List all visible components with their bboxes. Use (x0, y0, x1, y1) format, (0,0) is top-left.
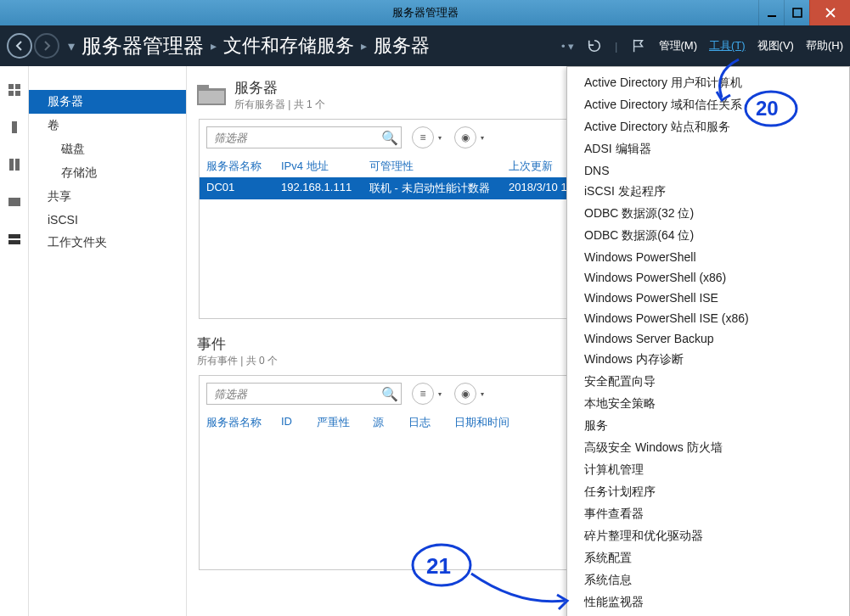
col-severity[interactable]: 严重性 (317, 415, 357, 430)
rail-dashboard-icon[interactable] (6, 81, 23, 98)
breadcrumb-part[interactable]: 文件和存储服务 (223, 33, 354, 59)
list-options-button[interactable]: ≡ (412, 383, 434, 405)
row-ip: 192.168.1.111 (281, 181, 354, 196)
forward-button[interactable] (34, 33, 59, 59)
tools-menu-item[interactable]: 性能监视器 (567, 591, 849, 613)
col-server-name[interactable]: 服务器名称 (206, 159, 266, 174)
row-manage: 联机 - 未启动性能计数器 (369, 181, 493, 196)
sidebar-item[interactable]: 存储池 (29, 161, 186, 185)
rail-all-servers-icon[interactable] (6, 156, 23, 173)
col-log[interactable]: 日志 (408, 415, 439, 430)
svg-rect-2 (8, 84, 14, 89)
tools-menu-item[interactable]: ODBC 数据源(64 位) (567, 225, 849, 247)
chevron-right-icon: ▸ (361, 39, 367, 53)
tools-menu-item[interactable]: Active Directory 用户和计算机 (567, 72, 849, 94)
tools-menu-item[interactable]: Active Directory 域和信任关系 (567, 94, 849, 116)
menu-manage[interactable]: 管理(M) (659, 38, 698, 53)
tools-menu-item[interactable]: 任务计划程序 (567, 481, 849, 503)
svg-rect-3 (15, 84, 20, 89)
rail-addds-icon[interactable] (6, 193, 23, 210)
sidebar-item[interactable]: 卷 (29, 114, 186, 137)
servers-filter-input[interactable] (207, 132, 379, 144)
svg-rect-1 (793, 8, 802, 17)
svg-rect-0 (768, 15, 776, 17)
rail-local-server-icon[interactable] (6, 119, 23, 136)
servers-title: 服务器 (234, 78, 325, 98)
tools-menu-item[interactable]: Windows PowerShell ISE (x86) (567, 308, 849, 328)
svg-rect-8 (15, 159, 20, 171)
tools-menu-item[interactable]: 服务 (567, 415, 849, 437)
flag-icon[interactable] (630, 37, 647, 54)
tools-menu-item[interactable]: 本地安全策略 (567, 393, 849, 415)
breadcrumb-part[interactable]: 服务器管理器 (82, 32, 204, 59)
breadcrumb-part[interactable]: 服务器 (374, 33, 430, 59)
svg-rect-7 (9, 159, 14, 171)
rail-file-storage-icon[interactable] (6, 231, 23, 248)
sidebar-item[interactable]: 共享 (29, 185, 186, 209)
sidebar-item[interactable]: 磁盘 (29, 137, 186, 161)
svg-rect-4 (8, 91, 14, 96)
menu-view[interactable]: 视图(V) (757, 38, 794, 53)
back-button[interactable] (7, 33, 32, 59)
col-ipv4[interactable]: IPv4 地址 (281, 159, 354, 174)
tools-menu-item[interactable]: Windows 内存诊断 (567, 349, 849, 371)
menu-help[interactable]: 帮助(H) (806, 38, 843, 53)
events-filter-input[interactable] (207, 388, 379, 400)
list-options-button[interactable]: ≡ (412, 126, 434, 148)
sidebar-item[interactable]: 服务器 (29, 90, 186, 114)
svg-rect-14 (199, 91, 224, 104)
tools-menu-item[interactable]: Active Directory 站点和服务 (567, 116, 849, 138)
icon-rail (0, 66, 29, 616)
breadcrumb: 服务器管理器 ▸ 文件和存储服务 ▸ 服务器 (82, 32, 430, 59)
tools-menu-item[interactable]: 碎片整理和优化驱动器 (567, 525, 849, 547)
sidebar-item[interactable]: 工作文件夹 (29, 231, 186, 255)
col-datetime[interactable]: 日期和时间 (454, 415, 509, 430)
col-manageability[interactable]: 可管理性 (369, 159, 493, 174)
dropdown-icon[interactable]: • ▾ (561, 40, 574, 53)
servers-subtitle: 所有服务器 | 共 1 个 (234, 98, 325, 112)
tools-menu-item[interactable]: Windows PowerShell (x86) (567, 267, 849, 288)
svg-rect-10 (8, 234, 20, 238)
search-icon[interactable]: 🔍 (379, 130, 401, 146)
servers-folder-icon (197, 83, 226, 107)
close-button[interactable] (809, 0, 850, 25)
header-bar: ▾ 服务器管理器 ▸ 文件和存储服务 ▸ 服务器 • ▾ | 管理(M) 工具(… (0, 25, 850, 66)
col-source[interactable]: 源 (373, 415, 393, 430)
tools-menu-item[interactable]: 高级安全 Windows 防火墙 (567, 437, 849, 459)
svg-rect-6 (12, 121, 17, 133)
tools-menu-item[interactable]: 系统信息 (567, 569, 849, 591)
tools-menu-item[interactable]: 安全配置向导 (567, 371, 849, 393)
minimize-button[interactable] (758, 0, 784, 25)
refresh-icon[interactable] (586, 37, 603, 54)
dropdown-icon[interactable]: ▾ (68, 38, 75, 54)
tools-dropdown: Active Directory 用户和计算机Active Directory … (566, 66, 850, 616)
chevron-right-icon: ▸ (211, 39, 217, 53)
save-options-button[interactable]: ◉ (454, 383, 476, 405)
tools-menu-item[interactable]: DNS (567, 160, 849, 181)
sidebar-item[interactable]: iSCSI (29, 209, 186, 231)
tools-menu-item[interactable]: iSCSI 发起程序 (567, 181, 849, 203)
tools-menu-item[interactable]: Windows PowerShell ISE (567, 288, 849, 308)
tools-menu-item[interactable]: Windows PowerShell (567, 247, 849, 267)
svg-rect-13 (197, 85, 209, 90)
window-titlebar: 服务器管理器 (0, 0, 850, 25)
row-name: DC01 (206, 181, 266, 196)
tools-menu-item[interactable]: 计算机管理 (567, 459, 849, 481)
maximize-button[interactable] (784, 0, 809, 25)
window-title: 服务器管理器 (392, 5, 459, 20)
menu-tools[interactable]: 工具(T) (709, 38, 746, 53)
tools-menu-item[interactable]: 事件查看器 (567, 503, 849, 525)
search-icon[interactable]: 🔍 (379, 386, 401, 402)
tools-menu-item[interactable]: 系统配置 (567, 547, 849, 569)
sidebar: 服务器卷磁盘存储池共享iSCSI工作文件夹 (29, 66, 187, 616)
tools-menu-item[interactable]: Windows Server Backup (567, 328, 849, 349)
svg-rect-11 (8, 240, 20, 244)
tools-menu-item[interactable]: ODBC 数据源(32 位) (567, 203, 849, 225)
svg-rect-5 (15, 91, 20, 96)
col-server-name[interactable]: 服务器名称 (206, 415, 266, 430)
col-id[interactable]: ID (281, 415, 301, 430)
save-options-button[interactable]: ◉ (454, 126, 476, 148)
svg-rect-9 (8, 198, 20, 206)
tools-menu-item[interactable]: ADSI 编辑器 (567, 138, 849, 160)
